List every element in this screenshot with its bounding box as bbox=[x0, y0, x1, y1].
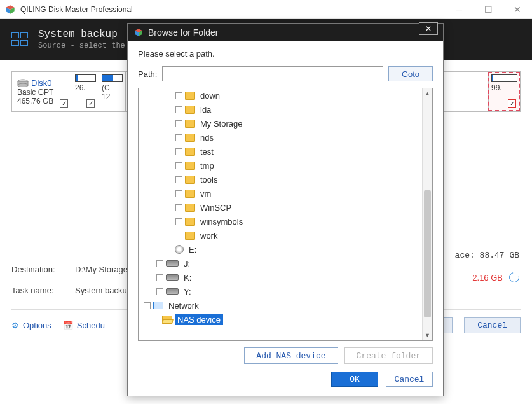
expand-icon[interactable]: + bbox=[175, 176, 182, 183]
system-backup-icon bbox=[11, 32, 29, 46]
dialog-logo-icon bbox=[134, 28, 143, 37]
goto-button[interactable]: Goto bbox=[388, 66, 433, 81]
expand-icon[interactable]: + bbox=[175, 120, 182, 127]
dialog-title: Browse for Folder bbox=[148, 27, 218, 38]
dialog-titlebar: Browse for Folder bbox=[128, 24, 443, 41]
expand-icon[interactable]: + bbox=[144, 302, 151, 309]
folder-icon bbox=[185, 232, 195, 240]
tree-label: J: bbox=[181, 258, 193, 269]
tree-node[interactable]: + winsymbols bbox=[139, 214, 422, 228]
expand-icon[interactable]: + bbox=[156, 288, 163, 295]
folder-open-icon bbox=[162, 316, 172, 324]
tree-node[interactable]: + tools bbox=[139, 172, 422, 186]
folder-icon bbox=[185, 162, 195, 170]
tree-node[interactable]: + J: bbox=[139, 256, 422, 270]
tree-label: K: bbox=[181, 272, 194, 283]
expand-icon[interactable]: + bbox=[156, 274, 163, 281]
partition-1-usage: 12 bbox=[102, 92, 123, 101]
scroll-up-icon[interactable]: ▲ bbox=[423, 88, 432, 99]
expand-icon[interactable]: + bbox=[175, 190, 182, 197]
tree-label: vm bbox=[198, 188, 214, 199]
minimize-button[interactable]: ─ bbox=[444, 0, 474, 19]
path-input[interactable] bbox=[162, 66, 383, 81]
expand-icon[interactable]: + bbox=[175, 148, 182, 155]
tree-node[interactable]: + tmp bbox=[139, 158, 422, 172]
tree-node[interactable]: + down bbox=[139, 88, 422, 102]
drive-icon bbox=[166, 288, 179, 295]
tree-node[interactable]: + Y: bbox=[139, 284, 422, 298]
partition-0[interactable]: 26. ✓ bbox=[72, 72, 99, 111]
tree-label: Y: bbox=[181, 286, 194, 297]
scroll-down-icon[interactable]: ▼ bbox=[423, 330, 432, 340]
tree-node[interactable]: work bbox=[139, 228, 422, 242]
disk-type: Basic GPT bbox=[17, 88, 67, 97]
tree-scrollbar[interactable]: ▲ ▼ bbox=[422, 88, 432, 340]
taskname-value: System backup bbox=[75, 286, 132, 295]
expand-icon[interactable]: + bbox=[175, 218, 182, 225]
folder-icon bbox=[185, 148, 195, 156]
main-cancel-button[interactable]: Cancel bbox=[464, 317, 521, 333]
network-icon bbox=[153, 302, 163, 309]
used-space-text: 2.16 GB bbox=[472, 273, 503, 282]
expand-icon[interactable]: + bbox=[175, 162, 182, 169]
add-nas-button[interactable]: Add NAS device bbox=[244, 347, 338, 364]
tree-node[interactable]: + vm bbox=[139, 186, 422, 200]
dialog-cancel-button[interactable]: Cancel bbox=[386, 372, 433, 387]
folder-icon bbox=[185, 134, 195, 142]
partition-2-checkbox[interactable]: ✓ bbox=[508, 99, 516, 108]
expand-icon[interactable]: + bbox=[175, 134, 182, 141]
tree-node[interactable]: + Network bbox=[139, 298, 422, 312]
used-space-row: 2.16 GB bbox=[472, 272, 519, 282]
tree-node[interactable]: NAS device bbox=[139, 312, 422, 326]
tree-node[interactable]: + My Storage bbox=[139, 116, 422, 130]
dialog-prompt: Please select a path. bbox=[138, 49, 433, 59]
destination-value: D:\My Storage bbox=[75, 265, 128, 274]
close-button[interactable]: ✕ bbox=[503, 0, 532, 19]
disk-info[interactable]: Disk0 Basic GPT 465.76 GB ✓ bbox=[12, 72, 72, 111]
refresh-icon[interactable] bbox=[507, 270, 521, 284]
tree-node[interactable]: + nds bbox=[139, 130, 422, 144]
tree-node[interactable]: + ida bbox=[139, 102, 422, 116]
options-button[interactable]: ⚙Options bbox=[11, 321, 51, 330]
tree-label: tools bbox=[198, 174, 220, 185]
tree-label: winsymbols bbox=[198, 216, 245, 227]
taskname-label: Task name: bbox=[11, 286, 75, 295]
tree-label: WinSCP bbox=[198, 202, 234, 213]
calendar-icon: 📅 bbox=[63, 321, 73, 330]
partition-2[interactable]: 99. ✓ bbox=[488, 72, 520, 111]
expand-icon[interactable]: + bbox=[175, 106, 182, 113]
svg-point-5 bbox=[18, 83, 28, 87]
folder-icon bbox=[185, 92, 195, 100]
partition-1[interactable]: (C 12 bbox=[99, 72, 125, 111]
scroll-thumb[interactable] bbox=[424, 190, 431, 317]
drive-icon bbox=[166, 274, 179, 281]
expand-icon[interactable]: + bbox=[175, 204, 182, 211]
tree-node[interactable]: + test bbox=[139, 144, 422, 158]
expand-icon[interactable]: + bbox=[156, 260, 163, 267]
ok-button[interactable]: OK bbox=[331, 372, 378, 387]
folder-tree[interactable]: + down + ida + My Storage + nds + test +… bbox=[138, 88, 433, 341]
window-titlebar: QILING Disk Master Professional ─ ☐ ✕ bbox=[0, 0, 532, 19]
expand-icon[interactable]: + bbox=[175, 92, 182, 99]
drive-icon bbox=[166, 260, 179, 267]
dialog-close-button[interactable]: ✕ bbox=[419, 22, 438, 35]
folder-icon bbox=[185, 190, 195, 198]
maximize-button[interactable]: ☐ bbox=[474, 0, 503, 19]
tree-node[interactable]: E: bbox=[139, 242, 422, 256]
disk-checkbox[interactable]: ✓ bbox=[60, 99, 68, 108]
free-space-text: ace: 88.47 GB bbox=[455, 251, 519, 260]
tree-label: ida bbox=[198, 104, 214, 115]
tree-label: nds bbox=[198, 132, 216, 143]
tree-node[interactable]: + K: bbox=[139, 270, 422, 284]
tree-label: test bbox=[198, 146, 216, 157]
folder-icon bbox=[185, 218, 195, 226]
partition-0-checkbox[interactable]: ✓ bbox=[86, 99, 95, 108]
tree-label: work bbox=[198, 230, 220, 241]
tree-label: tmp bbox=[198, 160, 217, 171]
partition-0-usage: 26. bbox=[75, 83, 96, 92]
disc-icon bbox=[175, 245, 184, 254]
disk-icon bbox=[17, 78, 29, 87]
tree-label: Network bbox=[166, 300, 201, 311]
schedule-button[interactable]: 📅Schedu bbox=[63, 321, 105, 330]
tree-node[interactable]: + WinSCP bbox=[139, 200, 422, 214]
